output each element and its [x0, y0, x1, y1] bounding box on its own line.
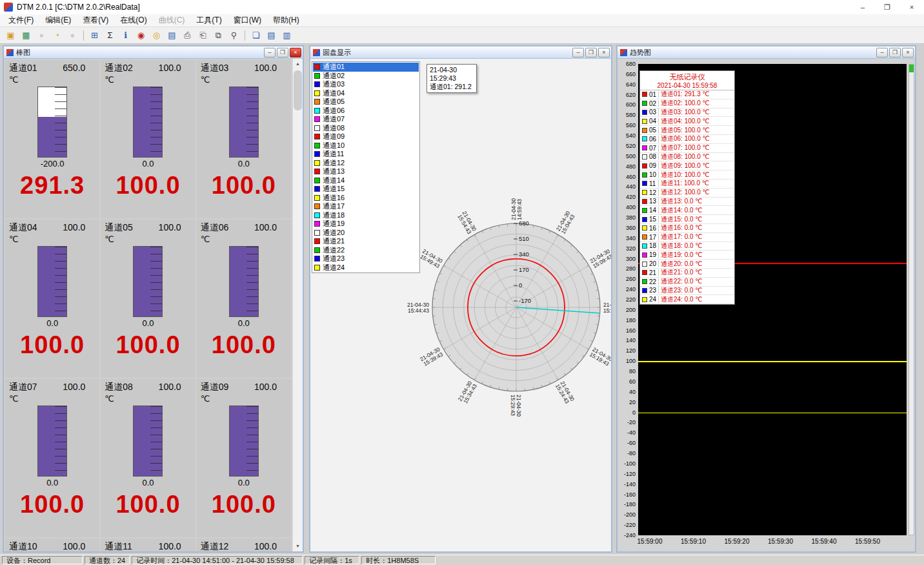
legend-color-swatch — [642, 92, 647, 97]
print-button[interactable]: ⎙ — [180, 28, 195, 42]
trend-window-titlebar[interactable]: 趋势图 – ❐ × — [618, 46, 915, 59]
y-axis-label: 140 — [618, 337, 636, 344]
y-axis-label: 440 — [618, 183, 636, 190]
channel-list-item[interactable]: 通道10 — [313, 141, 419, 150]
scroll-up-icon[interactable]: ▲ — [293, 59, 303, 69]
statistics-button[interactable]: Σ — [103, 28, 117, 42]
alarm-button[interactable]: ◎ — [149, 28, 164, 42]
y-axis-label: 300 — [618, 256, 636, 262]
menu-item[interactable]: 窗口(W) — [228, 14, 267, 26]
legend-channel-number: 19 — [649, 251, 659, 258]
legend-channel-number: 12 — [649, 189, 659, 196]
scrollbar-thumb[interactable] — [294, 70, 302, 110]
channel-color-swatch — [314, 99, 320, 105]
legend-color-swatch — [642, 119, 647, 124]
log-button[interactable]: ▤ — [165, 28, 179, 42]
x-axis-label: 15:59:00 — [638, 538, 663, 545]
value-tooltip: 21-04-30 15:29:43 通道01: 291.2 — [427, 64, 477, 93]
channel-color-swatch — [314, 212, 320, 218]
trend-restore-button[interactable]: ❐ — [889, 48, 901, 57]
channel-list-item[interactable]: 通道08 — [313, 124, 419, 133]
channel-list-item[interactable]: 通道07 — [313, 115, 419, 124]
bar-gauge-cell: 通道12100.0℃0.0100.0 — [197, 539, 291, 551]
scroll-down-icon[interactable]: ▼ — [293, 541, 303, 551]
menu-item[interactable]: 文件(F) — [3, 14, 39, 26]
legend-row: 08通道08: 100.0 ℃ — [640, 153, 734, 162]
bar-cell-header: 通道02100.0 — [105, 63, 191, 74]
channel-list-item[interactable]: 通道05 — [313, 98, 419, 107]
gauge-ticks — [55, 87, 66, 157]
y-axis-label: 0 — [618, 409, 636, 416]
trend-scrollbar-thumb[interactable] — [909, 65, 914, 72]
polar-chart: 6805103401700-17021-04-3014:59:4321-04-3… — [361, 152, 611, 462]
tile-horizontal-button[interactable]: ▤ — [264, 28, 279, 42]
bar-minimize-button[interactable]: – — [264, 48, 276, 57]
export-button[interactable]: ▦ — [19, 28, 34, 42]
disc-window-titlebar[interactable]: 圆盘显示 – ❐ × — [310, 46, 611, 59]
legend-channel-number: 22 — [649, 278, 659, 285]
channel-list-item[interactable]: 通道03 — [313, 80, 419, 89]
minimize-button[interactable]: – — [850, 0, 875, 14]
close-button[interactable]: × — [899, 0, 924, 14]
channel-name: 通道12 — [201, 541, 254, 551]
title-bar[interactable]: DTM 2.0.1 [C:\DTM 2.0.2\RealData] – ❐ × — [0, 0, 924, 14]
y-axis-label: -140 — [618, 481, 636, 488]
data-table-button[interactable]: ⊞ — [87, 28, 102, 42]
status-panel: 记录时间：21-04-30 14:51:00 - 21-04-30 15:59:… — [132, 556, 303, 564]
clock-button[interactable]: ◔ — [50, 28, 65, 42]
polar-time-label: 21-04-3015:34:43 — [457, 380, 479, 405]
x-axis-label: 15:59:10 — [681, 538, 706, 545]
bar-close-button[interactable]: × — [290, 48, 301, 57]
bar-cell-header: 通道09100.0 — [201, 382, 287, 393]
trend-scrollbar[interactable] — [909, 64, 914, 535]
channel-value: 100.0 — [9, 491, 95, 519]
legend-channel-value: 通道18: 0.0 ℃ — [659, 241, 703, 251]
tile-vertical-button[interactable]: ▥ — [279, 28, 294, 42]
y-axis-label: 120 — [618, 347, 636, 354]
menu-item[interactable]: 工具(T) — [190, 14, 227, 26]
disc-restore-button[interactable]: ❐ — [585, 48, 597, 57]
cascade-windows-button[interactable]: ❏ — [248, 28, 263, 42]
print-preview-button[interactable]: ⎗ — [196, 28, 210, 42]
bar-scrollbar[interactable]: ▲ ▼ — [292, 59, 303, 551]
channel-list-item[interactable]: 通道04 — [313, 89, 419, 98]
y-axis-label: -220 — [618, 522, 636, 528]
open-button[interactable]: ▣ — [3, 28, 18, 42]
zoom-button[interactable]: ⚲ — [226, 28, 241, 42]
legend-color-swatch — [642, 128, 647, 133]
menu-item[interactable]: 编辑(E) — [39, 14, 77, 26]
info-button[interactable]: ℹ — [118, 28, 133, 42]
trend-close-button[interactable]: × — [902, 48, 914, 57]
polar-time-label: 21-04-3015:49:43 — [419, 248, 444, 270]
channel-list-item[interactable]: 通道01 — [313, 63, 419, 72]
y-axis-label: -40 — [618, 429, 636, 436]
menu-item[interactable]: 曲线(C) — [153, 14, 191, 26]
channel-list-item[interactable]: 通道09 — [313, 132, 419, 141]
polar-time-label-time: 14:59:43 — [516, 199, 523, 220]
bar-window-titlebar[interactable]: 棒图 – ❐ × — [4, 46, 303, 59]
channel-color-swatch — [314, 169, 320, 174]
tooltip-value: 通道01: 291.2 — [430, 83, 474, 91]
channel-color-swatch — [314, 195, 320, 201]
y-axis-label: -120 — [618, 471, 636, 477]
maximize-button[interactable]: ❐ — [875, 0, 899, 14]
disc-close-button[interactable]: × — [598, 48, 610, 57]
bar-restore-button[interactable]: ❐ — [277, 48, 288, 57]
menu-item[interactable]: 在线(O) — [114, 14, 152, 26]
legend-color-swatch — [642, 110, 647, 115]
channel-list-item[interactable]: 通道02 — [313, 72, 419, 81]
trend-minimize-button[interactable]: – — [876, 48, 888, 57]
menu-item[interactable]: 查看(V) — [77, 14, 114, 26]
copy-button[interactable]: ⧉ — [211, 28, 226, 42]
record-button[interactable]: ◉ — [134, 28, 148, 42]
menu-item[interactable]: 帮助(H) — [267, 14, 305, 26]
x-axis-label: 15:59:20 — [725, 538, 750, 545]
channel-list-item[interactable]: 通道06 — [313, 107, 419, 116]
scale-max-label: 100.0 — [63, 541, 85, 551]
disc-minimize-button[interactable]: – — [572, 48, 584, 57]
bar-gauge — [133, 246, 163, 317]
legend-channel-number: 24 — [649, 296, 659, 303]
bar-cell-header: 通道10100.0 — [9, 541, 95, 551]
polar-time-label: 21-04-3015:09:43 — [588, 248, 611, 270]
legend-row: 16通道16: 0.0 ℃ — [640, 224, 734, 233]
